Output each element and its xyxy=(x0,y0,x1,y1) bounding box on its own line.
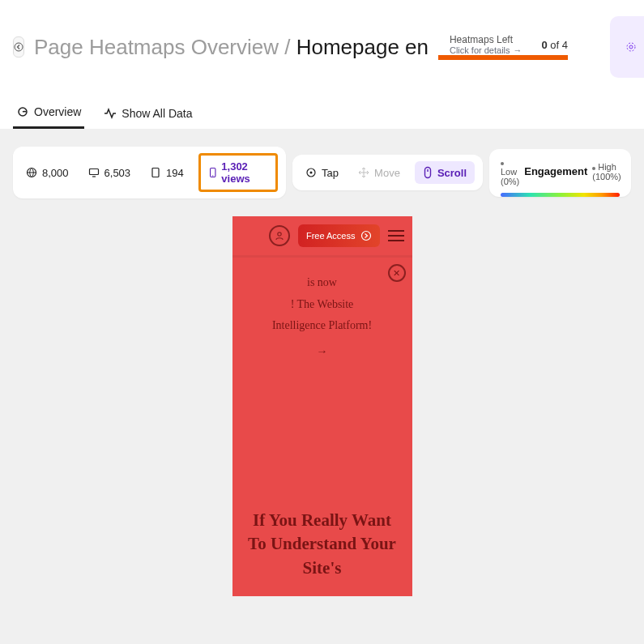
banner-line-3: Intelligence Platform! xyxy=(249,315,396,337)
hero-headline: If You Really Want To Understand Your Si… xyxy=(232,509,412,596)
breadcrumb-current: Homepage en xyxy=(296,35,429,59)
close-icon[interactable]: ✕ xyxy=(388,264,406,282)
tablet-icon xyxy=(150,167,161,178)
breadcrumb-parent: Page Heatmaps Overview xyxy=(34,35,279,59)
mobile-preview: Free Access ✕ is now ! The Website Intel… xyxy=(232,216,412,596)
device-filter-group: 8,000 6,503 194 1,302 views xyxy=(13,147,286,198)
mode-scroll[interactable]: Scroll xyxy=(415,161,475,184)
mode-filter-group: Tap Move Scroll xyxy=(292,155,483,190)
heatmaps-left-detail[interactable]: Click for details → xyxy=(450,45,522,55)
overview-icon xyxy=(16,105,29,118)
back-button[interactable] xyxy=(13,36,24,58)
globe-icon xyxy=(26,167,37,178)
svg-point-2 xyxy=(629,45,633,49)
avatar-icon[interactable] xyxy=(269,225,290,246)
scroll-icon xyxy=(423,166,433,179)
arrow-circle-icon xyxy=(360,230,372,241)
move-icon xyxy=(358,167,369,178)
svg-rect-5 xyxy=(89,169,98,175)
breadcrumb[interactable]: Page Heatmaps Overview / Homepage en xyxy=(34,35,429,60)
device-all[interactable]: 8,000 xyxy=(21,164,74,182)
banner-line-2: ! The Website xyxy=(249,294,396,316)
svg-rect-11 xyxy=(424,168,430,178)
device-mobile[interactable]: 1,302 views xyxy=(198,153,278,192)
update-heatmap-button[interactable]: Update Heatmap's Page xyxy=(610,16,644,78)
target-icon xyxy=(625,41,638,53)
svg-point-8 xyxy=(212,175,213,176)
banner-line-1: is now xyxy=(249,272,396,294)
tab-overview[interactable]: Overview xyxy=(13,97,84,129)
engagement-low: Low (0%) xyxy=(501,157,519,186)
heatmaps-count: 0 of 4 xyxy=(542,39,569,51)
svg-point-1 xyxy=(627,43,635,51)
desktop-icon xyxy=(88,167,100,178)
arrow-icon[interactable]: → xyxy=(232,337,412,379)
svg-rect-6 xyxy=(152,168,159,177)
engagement-high: High (100%) xyxy=(592,162,621,181)
device-tablet[interactable]: 194 xyxy=(145,164,189,182)
heatmaps-left-label: Heatmaps Left xyxy=(450,34,522,45)
tab-show-all-data[interactable]: Show All Data xyxy=(100,97,195,129)
svg-point-14 xyxy=(361,232,370,241)
arrow-icon: → xyxy=(514,45,522,55)
svg-point-13 xyxy=(278,232,281,236)
mode-move: Move xyxy=(353,164,405,182)
engagement-legend: Low (0%) Engagement High (100%) xyxy=(489,149,631,197)
gradient-bar xyxy=(501,193,620,197)
device-desktop[interactable]: 6,503 xyxy=(83,164,136,182)
quota-progress-bar xyxy=(438,55,568,60)
tab-overview-label: Overview xyxy=(34,105,81,118)
tab-show-all-label: Show All Data xyxy=(122,107,192,120)
heatmaps-left-block[interactable]: Heatmaps Left Click for details → xyxy=(450,34,522,55)
mode-tap[interactable]: Tap xyxy=(301,164,343,182)
free-access-button[interactable]: Free Access xyxy=(298,224,380,247)
mobile-icon xyxy=(209,166,217,179)
engagement-label: Engagement xyxy=(524,165,587,177)
tap-icon xyxy=(305,167,317,178)
svg-point-10 xyxy=(310,172,313,174)
activity-icon xyxy=(104,107,117,120)
svg-point-0 xyxy=(15,43,23,51)
hamburger-icon[interactable] xyxy=(388,230,404,241)
